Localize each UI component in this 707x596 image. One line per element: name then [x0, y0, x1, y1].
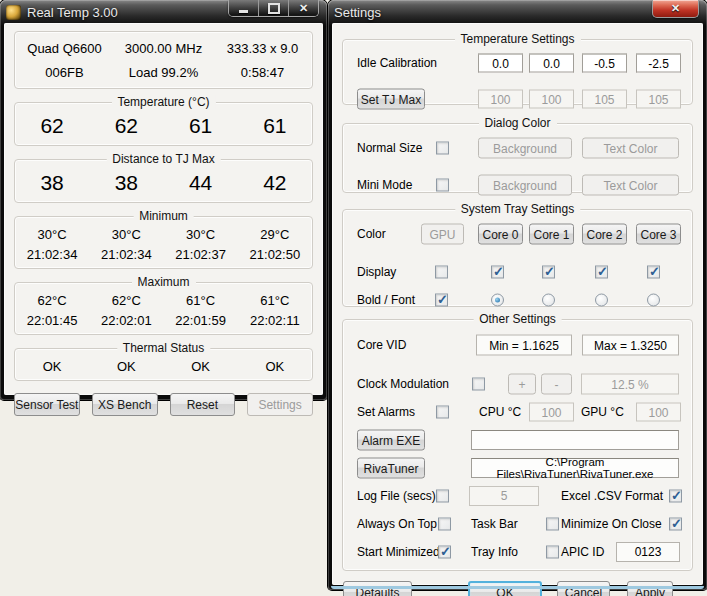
core-vid-min-readout: Min = 1.1625 — [476, 335, 572, 356]
ok-button[interactable]: OK — [468, 581, 542, 596]
realtemp-window: Real Temp 3.00 ✕ Quad Q6600 3000.00 MHz … — [0, 0, 327, 400]
cpu-frequency: 3000.00 MHz — [114, 41, 213, 56]
minimum-panel-title: Minimum — [133, 209, 194, 223]
core1-color-button[interactable]: Core 1 — [529, 224, 574, 245]
core3-distance: 42 — [238, 171, 312, 195]
sensor-test-button[interactable]: Sensor Test — [14, 393, 80, 416]
reset-button[interactable]: Reset — [170, 393, 236, 416]
clock-modulation-checkbox[interactable] — [472, 378, 485, 391]
core3-color-button[interactable]: Core 3 — [636, 224, 681, 245]
maximum-panel-title: Maximum — [131, 275, 195, 289]
set-alarms-checkbox[interactable] — [436, 406, 449, 419]
thermal-status-value: OK — [89, 359, 163, 374]
font-core3-radio[interactable] — [647, 294, 660, 307]
display-core0-checkbox[interactable] — [491, 266, 504, 279]
apic-id-label: APIC ID — [561, 545, 604, 559]
core3-temp: 61 — [238, 114, 312, 138]
color-label: Color — [357, 227, 386, 241]
maximize-button[interactable] — [258, 0, 288, 16]
display-gpu-checkbox[interactable] — [435, 266, 448, 279]
rivatuner-path-input[interactable]: C:\Program Files\RivaTuner\RivaTuner.exe — [471, 458, 679, 478]
excel-csv-label: Excel .CSV Format — [561, 489, 663, 503]
settings-title: Settings — [334, 5, 381, 20]
settings-window: Settings ✕ Temperature Settings Idle Cal… — [328, 0, 707, 590]
core2-temp: 61 — [164, 114, 238, 138]
core1-distance: 38 — [89, 171, 163, 195]
cpu-name: Quad Q6600 — [15, 41, 114, 56]
thermal-status-value: OK — [238, 359, 312, 374]
core2-distance: 44 — [164, 171, 238, 195]
temperature-panel-title: Temperature (°C) — [111, 95, 215, 109]
xs-bench-button[interactable]: XS Bench — [92, 393, 158, 416]
thermal-status-title: Thermal Status — [117, 341, 210, 355]
task-bar-label: Task Bar — [471, 517, 518, 531]
log-file-checkbox[interactable] — [436, 490, 449, 503]
rivatuner-button[interactable]: RivaTuner — [357, 458, 425, 479]
settings-close-button[interactable]: ✕ — [652, 0, 699, 18]
system-tray-group: System Tray Settings Color GPU Core 0 Co… — [342, 209, 693, 307]
log-file-label: Log File (secs) — [357, 489, 436, 503]
display-core3-checkbox[interactable] — [647, 266, 660, 279]
font-core0-radio[interactable] — [491, 294, 504, 307]
excel-csv-checkbox[interactable] — [669, 490, 682, 503]
min-temp: 30°C — [15, 227, 89, 242]
minimize-button[interactable] — [229, 0, 258, 16]
clock-minus-button: - — [541, 374, 572, 395]
thermal-status-panel: Thermal Status OK OK OK OK — [14, 348, 313, 381]
start-minimized-checkbox[interactable] — [438, 546, 451, 559]
core-vid-max-readout: Max = 1.3250 — [582, 335, 679, 356]
cancel-button[interactable]: Cancel — [557, 581, 610, 596]
min-time: 21:02:50 — [238, 247, 312, 262]
mini-text-color-button: Text Color — [582, 175, 679, 196]
display-core1-checkbox[interactable] — [542, 266, 555, 279]
set-tj-max-button[interactable]: Set TJ Max — [357, 89, 425, 110]
always-on-top-label: Always On Top — [357, 517, 437, 531]
tj-max-input-core2: 105 — [582, 90, 627, 109]
defaults-button[interactable]: Defaults — [343, 581, 412, 596]
mini-mode-checkbox[interactable] — [436, 179, 449, 192]
uptime: 0:58:47 — [213, 65, 312, 80]
normal-size-checkbox[interactable] — [436, 142, 449, 155]
always-on-top-checkbox[interactable] — [438, 518, 451, 531]
realtemp-title: Real Temp 3.00 — [27, 5, 118, 20]
alarm-exe-path-input[interactable] — [471, 430, 679, 450]
settings-titlebar[interactable]: Settings — [332, 0, 703, 23]
idle-calibration-input-core2[interactable]: -0.5 — [582, 54, 627, 73]
tray-info-checkbox[interactable] — [546, 546, 559, 559]
settings-button: Settings — [247, 393, 313, 416]
dialog-color-group: Dialog Color Normal Size Background Text… — [342, 123, 693, 193]
core0-color-button[interactable]: Core 0 — [478, 224, 523, 245]
cpu-load: Load 99.2% — [114, 65, 213, 80]
core0-distance: 38 — [15, 171, 89, 195]
task-bar-checkbox[interactable] — [546, 518, 559, 531]
close-icon: ✕ — [299, 3, 308, 14]
apply-button[interactable]: Apply — [627, 581, 673, 596]
max-temp: 62°C — [89, 293, 163, 308]
max-time: 22:01:45 — [15, 313, 89, 328]
bold-font-checkbox[interactable] — [435, 294, 448, 307]
min-temp: 30°C — [89, 227, 163, 242]
minimize-on-close-checkbox[interactable] — [669, 518, 682, 531]
font-core2-radio[interactable] — [595, 294, 608, 307]
tj-max-input-core3: 105 — [636, 90, 681, 109]
mini-mode-label: Mini Mode — [357, 178, 412, 192]
display-core2-checkbox[interactable] — [595, 266, 608, 279]
close-button[interactable]: ✕ — [288, 0, 318, 16]
idle-calibration-input-core1[interactable]: 0.0 — [529, 54, 574, 73]
idle-calibration-label: Idle Calibration — [357, 56, 437, 70]
core1-temp: 62 — [89, 114, 163, 138]
alarm-exe-button[interactable]: Alarm EXE — [357, 430, 425, 451]
set-alarms-label: Set Alarms — [357, 405, 415, 419]
idle-calibration-input-core3[interactable]: -2.5 — [636, 54, 681, 73]
realtemp-app-icon — [6, 5, 21, 20]
thermal-status-value: OK — [15, 359, 89, 374]
font-core1-radio[interactable] — [542, 294, 555, 307]
gpu-alarm-label: GPU °C — [581, 405, 624, 419]
core2-color-button[interactable]: Core 2 — [582, 224, 627, 245]
distance-panel-title: Distance to TJ Max — [106, 152, 220, 166]
display-label: Display — [357, 265, 396, 279]
max-temp: 61°C — [164, 293, 238, 308]
gpu-alarm-input: 100 — [636, 403, 681, 422]
idle-calibration-input-core0[interactable]: 0.0 — [478, 54, 523, 73]
realtemp-caption-buttons: ✕ — [228, 0, 319, 17]
